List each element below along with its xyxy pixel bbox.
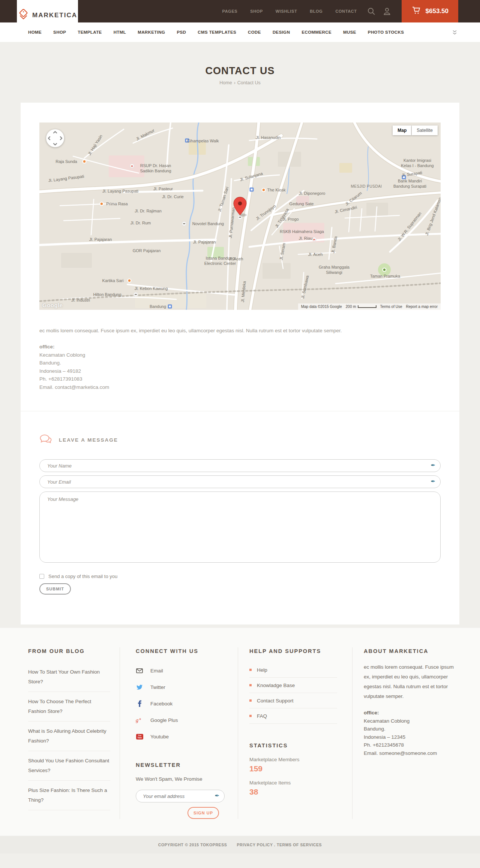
blog-link[interactable]: Plus Size Fashion: Is There Such a Thing… xyxy=(28,781,110,810)
signup-button[interactable]: SIGN UP xyxy=(188,807,219,819)
footer-blog-column: FROM OUR BLOG How To Start Your Own Fash… xyxy=(21,647,120,819)
map-label: Jl. Industri xyxy=(71,298,90,302)
map-data-text: Map data ©2015 Google xyxy=(301,305,342,309)
map-label: Kantor Imigrasi xyxy=(404,158,431,163)
search-icon[interactable] xyxy=(363,0,379,22)
help-link[interactable]: FAQ xyxy=(249,708,337,724)
map-label: Jl. Progo xyxy=(282,217,298,221)
contact-intro: ec mollis lorem consequat. Fusce ipsum e… xyxy=(39,327,441,335)
nav-ecommerce[interactable]: ECOMMERCE xyxy=(302,30,332,34)
top-nav-pages[interactable]: PAGES xyxy=(216,9,244,13)
chevron-down-icon[interactable] xyxy=(453,30,457,34)
email-icon xyxy=(136,668,143,673)
nav-muse[interactable]: MUSE xyxy=(343,30,356,34)
social-link-facebook[interactable]: Facebook xyxy=(136,695,223,712)
office-line: Indonesia – 12345 xyxy=(364,733,459,741)
breadcrumb-separator: › xyxy=(234,80,236,85)
newsletter-promise: We Won't Spam, We Promise xyxy=(136,776,223,782)
help-link[interactable]: Knowladge Base xyxy=(249,678,337,693)
svg-text:Tube: Tube xyxy=(137,737,142,739)
top-nav-blog[interactable]: BLOG xyxy=(303,9,329,13)
nav-marketing[interactable]: MARKETING xyxy=(138,30,165,34)
svg-text:g: g xyxy=(136,717,138,723)
top-nav-wishlist[interactable]: WISHLIST xyxy=(269,9,303,13)
blog-link[interactable]: How To Choose The Perfect Fashion Store? xyxy=(28,692,110,722)
map-type-map-button[interactable]: Map xyxy=(393,125,411,135)
map-label: Siliwangi xyxy=(326,270,342,275)
social-link-twitter[interactable]: Twitter xyxy=(136,679,223,695)
svg-text:You: You xyxy=(138,734,141,737)
map-pan-control[interactable] xyxy=(46,129,64,147)
nav-psd[interactable]: PSD xyxy=(177,30,186,34)
help-link[interactable]: Contact Support xyxy=(249,693,337,708)
map-attribution: Map data ©2015 Google 200 m Terms of Use… xyxy=(298,303,441,310)
map-label: RSKB Halmahera Siaga xyxy=(280,229,324,234)
map-scale: 200 m xyxy=(346,305,376,309)
blog-link[interactable]: Should You Use Fashion Consultant Servic… xyxy=(28,751,110,781)
map-label: Cihampelas Walk xyxy=(187,139,219,143)
send-copy-checkbox[interactable] xyxy=(39,574,44,579)
map-label: Jl. Dr. Curie xyxy=(162,194,183,199)
mall-poi-icon xyxy=(250,188,254,192)
social-link-googleplus[interactable]: g + Google Plus xyxy=(136,712,223,728)
nav-code[interactable]: CODE xyxy=(248,30,261,34)
map-label: Gedung Sate xyxy=(290,202,314,206)
nav-template[interactable]: TEMPLATE xyxy=(78,30,102,34)
social-link-youtube[interactable]: You Tube Youtube xyxy=(136,728,223,745)
map-label: Bandung Surapati xyxy=(393,184,426,188)
map-label: Jl. Layang Pasupati xyxy=(102,189,138,193)
office-line: Bandung. xyxy=(39,359,441,367)
top-nav-contact[interactable]: CONTACT xyxy=(329,9,363,13)
page-head: CONTACT US Home›Contact Us xyxy=(0,42,480,85)
map-scalebar xyxy=(358,305,376,308)
map-label: Sadikin Bandung xyxy=(140,169,171,173)
office-line: Email. someone@someone.com xyxy=(364,749,459,757)
map-label: Jl. Riau xyxy=(299,236,313,241)
footer-help-column: HELP AND SUPPORTS Help Knowladge Base Co… xyxy=(238,647,352,819)
blog-link[interactable]: How To Start Your Own Fashion Store? xyxy=(28,662,110,692)
copyright-bar: COPYRIGHT © 2015 TOKOPRESS PRIVACY POLIC… xyxy=(0,836,480,853)
map-label: Bank Mandiri xyxy=(398,179,422,183)
leave-message-form: ✒ ✒ Send a copy of this email to you SUB… xyxy=(39,459,441,595)
map-type-satellite-button[interactable]: Satellite xyxy=(412,125,438,135)
blog-link[interactable]: What is So Alluring About Celebrity Fash… xyxy=(28,722,110,751)
map-label: Jl. Pajajaran xyxy=(193,240,216,244)
logo[interactable]: MARKETICA xyxy=(17,0,78,31)
restaurant-poi-icon xyxy=(82,160,87,164)
breadcrumb-current: Contact Us xyxy=(237,80,261,85)
message-textarea[interactable] xyxy=(39,492,441,563)
user-icon[interactable] xyxy=(379,0,395,22)
form-heading: LEAVE A MESSAGE xyxy=(59,437,118,443)
form-heading-row: LEAVE A MESSAGE xyxy=(39,434,441,446)
nav-cms-templates[interactable]: CMS TEMPLATES xyxy=(198,30,236,34)
stat-items-label: Marketplace Items xyxy=(249,780,337,786)
nav-photo-stocks[interactable]: PHOTO STOCKS xyxy=(368,30,404,34)
map-label: Bandung xyxy=(150,304,166,309)
nav-html[interactable]: HTML xyxy=(114,30,126,34)
terms-of-use-link[interactable]: Terms of Use xyxy=(380,305,402,309)
map-label: Jl. Dr. Rum xyxy=(130,221,151,225)
help-link[interactable]: Help xyxy=(249,662,337,678)
policy-links[interactable]: PRIVACY POLICY . TERMS OF SERVICES xyxy=(237,843,322,847)
footer: FROM OUR BLOG How To Start Your Own Fash… xyxy=(0,628,480,836)
google-watermark: Google xyxy=(42,302,63,308)
newsletter-email-input[interactable] xyxy=(136,790,225,802)
cart-icon xyxy=(411,6,421,17)
nav-design[interactable]: DESIGN xyxy=(273,30,290,34)
cart-button[interactable]: $653.50 xyxy=(402,0,458,22)
map-label: Jl. Diponegoro xyxy=(299,191,326,196)
social-link-email[interactable]: Email xyxy=(136,662,223,679)
google-map[interactable]: HH Cihampelas WalkJl. HasanudinJl. Haji … xyxy=(39,123,441,310)
breadcrumb-home[interactable]: Home xyxy=(219,80,232,85)
top-nav-shop[interactable]: SHOP xyxy=(244,9,269,13)
bullet-icon xyxy=(249,715,252,717)
report-map-error-link[interactable]: Report a map error xyxy=(406,305,438,309)
submit-button[interactable]: SUBMIT xyxy=(39,583,71,595)
map-label: Jl. Aceh xyxy=(308,252,323,257)
map-label: Kartika Sari xyxy=(102,278,124,283)
logo-text: MARKETICA xyxy=(32,12,77,19)
name-input[interactable] xyxy=(39,459,441,472)
map-label: Kelas I - Bandung xyxy=(401,163,434,168)
office-line: Bandung. xyxy=(364,725,459,733)
email-input[interactable] xyxy=(39,475,441,488)
